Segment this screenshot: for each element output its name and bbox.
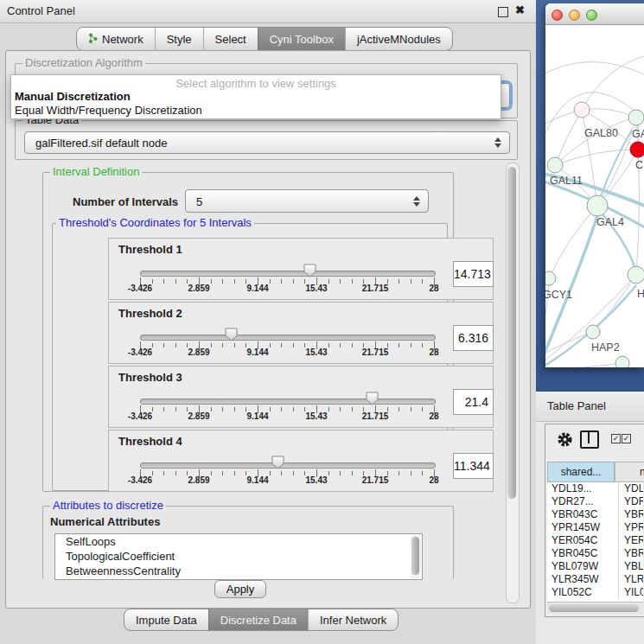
tab-cyni-toolbox[interactable]: Cyni Toolbox: [258, 28, 345, 50]
network-node-ga[interactable]: [628, 110, 644, 125]
tick-mark: [293, 471, 294, 475]
tick-mark: [293, 279, 294, 284]
cell-shared-name[interactable]: YDL19...: [547, 482, 619, 495]
float-window-icon[interactable]: [498, 7, 508, 17]
cell-shared-name[interactable]: YBR045C: [547, 547, 619, 560]
minimize-traffic-light-icon[interactable]: [569, 10, 580, 21]
cell-shared-name[interactable]: YBR043C: [547, 508, 619, 521]
cell-name[interactable]: YBL0: [619, 560, 643, 573]
tick-label: 28: [429, 411, 438, 421]
tick-mark: [211, 407, 212, 411]
cell-name[interactable]: YLR3: [619, 573, 643, 586]
table-row[interactable]: YDL19...YDL1: [547, 482, 643, 495]
algorithm-option-equal-width-frequency-discretization[interactable]: Equal Width/Frequency Discretization: [15, 104, 202, 117]
network-edge-highlighted: [601, 130, 632, 196]
tab-network[interactable]: Network: [77, 28, 155, 50]
column-header-shared[interactable]: shared...: [547, 462, 615, 482]
network-edge: [555, 118, 636, 165]
table-row[interactable]: YBR043CYBR0: [547, 508, 643, 521]
threshold-label: Threshold 1: [118, 243, 182, 256]
cell-shared-name[interactable]: YDR27...: [547, 495, 619, 508]
checked-box-icon[interactable]: ✓: [611, 434, 621, 443]
table-horizontal-scrollbar[interactable]: [547, 602, 643, 614]
threshold-value-field[interactable]: 14.713: [453, 261, 494, 287]
list-scrollbar[interactable]: [411, 535, 421, 578]
table-row[interactable]: YBL079WYBL0: [547, 560, 643, 573]
table-scrollbar-thumb[interactable]: [549, 604, 639, 612]
tick-label: 2.859: [188, 284, 209, 293]
gear-icon[interactable]: [557, 431, 573, 451]
network-node-c[interactable]: [630, 142, 644, 157]
combo-value: 5: [196, 194, 202, 207]
network-canvas[interactable]: GAL80GACGAL11GAL4GCY1HHAP2: [545, 24, 644, 367]
attribute-item[interactable]: SelfLoops: [55, 534, 422, 549]
cell-shared-name[interactable]: YLR345W: [547, 573, 619, 586]
table-row[interactable]: YER054CYER0: [547, 534, 643, 547]
stepper-icon: [494, 137, 501, 148]
tab-select[interactable]: Select: [203, 28, 258, 50]
table-row[interactable]: YLR345WYLR3: [547, 573, 643, 586]
slider-thumb[interactable]: [225, 328, 238, 341]
table-row[interactable]: YIL052CYIL0: [547, 586, 643, 599]
slider-track[interactable]: [140, 271, 436, 277]
list-scrollbar-thumb[interactable]: [411, 537, 419, 575]
table-row[interactable]: YBR045CYBR0: [547, 547, 643, 560]
number-of-intervals-combo[interactable]: 5: [185, 189, 429, 213]
threshold-label: Threshold 2: [118, 307, 182, 320]
slider-track[interactable]: [140, 335, 436, 341]
apply-button[interactable]: Apply: [214, 580, 266, 598]
algorithm-option-manual-discretization[interactable]: Manual Discretization: [15, 90, 131, 103]
cell-shared-name[interactable]: YER054C: [547, 534, 619, 547]
column-header-name[interactable]: n: [615, 462, 644, 482]
network-node-hap2[interactable]: [586, 325, 600, 339]
threshold-value-field[interactable]: 21.4: [453, 389, 494, 415]
table-body[interactable]: YDL19...YDL1YDR27...YDR2YBR043CYBR0YPR14…: [547, 482, 643, 602]
network-node-gal11[interactable]: [547, 157, 563, 173]
cell-shared-name[interactable]: YIL052C: [547, 586, 619, 599]
tab-jactivemnodules[interactable]: jActiveMNodules: [345, 28, 452, 50]
threshold-value-field[interactable]: 6.316: [453, 325, 494, 351]
close-icon[interactable]: ✖: [515, 5, 525, 16]
tab-style[interactable]: Style: [155, 28, 203, 50]
tick-label: 21.715: [362, 284, 389, 293]
table-panel: ✓ ✓ shared... n YDL19...YDL1YDR27...YDR2…: [545, 424, 644, 617]
cell-name[interactable]: YBR0: [619, 508, 643, 521]
table-row[interactable]: YPR145WYPR1: [547, 521, 643, 534]
threshold-value-field[interactable]: 11.344: [453, 453, 494, 479]
split-columns-icon[interactable]: [580, 430, 599, 449]
slider-track[interactable]: [140, 399, 436, 405]
tab-infer-network[interactable]: Infer Network: [308, 609, 398, 630]
panel-scrollbar-thumb[interactable]: [507, 167, 516, 499]
tab-impute-data[interactable]: Impute Data: [124, 609, 208, 630]
cell-name[interactable]: YBR0: [619, 547, 643, 560]
cell-name[interactable]: YIL0: [619, 586, 643, 599]
cell-shared-name[interactable]: YBL079W: [547, 560, 619, 573]
attribute-item[interactable]: BetweennessCentrality: [55, 564, 422, 578]
slider-track[interactable]: [140, 462, 436, 469]
network-node-gcy1[interactable]: [545, 271, 556, 285]
slider-thumb[interactable]: [366, 392, 379, 405]
cell-name[interactable]: YER0: [619, 534, 643, 547]
network-node-gal80[interactable]: [574, 102, 590, 118]
cell-name[interactable]: YDL1: [619, 482, 643, 495]
network-node-gal4[interactable]: [587, 195, 608, 216]
attribute-item[interactable]: TopologicalCoefficient: [55, 549, 422, 564]
network-node-h[interactable]: [628, 266, 644, 284]
tick-mark: [222, 343, 223, 348]
panel-scrollbar[interactable]: [506, 163, 520, 603]
close-traffic-light-icon[interactable]: [552, 10, 563, 21]
table-data-combo[interactable]: galFiltered.sif default node: [24, 131, 510, 154]
cell-shared-name[interactable]: YPR145W: [547, 521, 619, 534]
table-row[interactable]: YDR27...YDR2: [547, 495, 643, 508]
network-node[interactable]: [615, 356, 629, 367]
checked-box-icon[interactable]: ✓: [622, 434, 631, 443]
tab-discretize-data[interactable]: Discretize Data: [208, 609, 308, 630]
cell-name[interactable]: YDR2: [619, 495, 643, 508]
slider-thumb[interactable]: [271, 456, 284, 469]
numerical-attributes-list[interactable]: SelfLoopsTopologicalCoefficientBetweenne…: [54, 533, 423, 580]
slider-thumb[interactable]: [303, 264, 316, 277]
cell-name[interactable]: YPR1: [619, 521, 643, 534]
tick-mark: [175, 471, 176, 475]
zoom-traffic-light-icon[interactable]: [586, 10, 597, 21]
tick-mark: [270, 471, 271, 475]
